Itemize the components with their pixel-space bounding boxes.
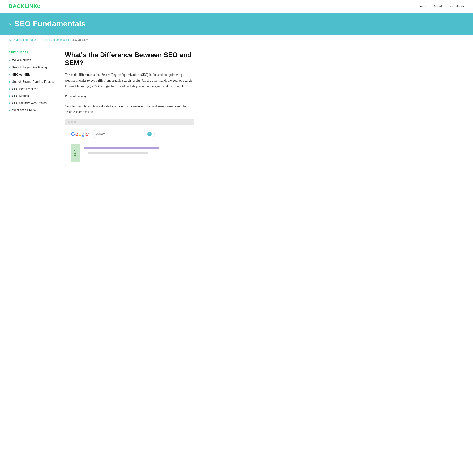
sidebar-item-what-are-serps[interactable]: ▶ What Are SERPs? [9,107,54,113]
site-header: BACKLINK Home About Newsletter [0,0,473,13]
breadcrumb-sep-2: ▸ [68,38,71,41]
browser-chrome [65,119,194,125]
paid-label-bar: PAID [71,144,80,162]
sidebar-resources-label: 8 RESOURCES [9,51,54,54]
google-search-box[interactable]: 🔍 [92,130,155,138]
sidebar-item-label: Search Engine Positioning [12,66,47,69]
sidebar: 8 RESOURCES ▶ What Is SEO? ▶ Search Engi… [9,51,59,166]
back-arrow-icon[interactable]: < [9,22,11,26]
nav-home[interactable]: Home [418,4,426,8]
sidebar-item-seo-friendly-web-design[interactable]: ▶ SEO Friendly Web Design [9,100,54,106]
logo[interactable]: BACKLINK [9,3,40,9]
arrow-icon: ▶ [9,87,11,90]
serp-line [88,152,148,154]
nav-about[interactable]: About [434,4,442,8]
sidebar-item-what-is-seo[interactable]: ▶ What Is SEO? [9,57,54,64]
main-layout: 8 RESOURCES ▶ What Is SEO? ▶ Search Engi… [0,45,203,172]
article-paragraph-3: Google's search results are divided into… [65,103,194,115]
article-title: What's the Difference Between SEO and SE… [65,51,194,67]
arrow-icon: ▶ [9,59,11,62]
arrow-icon: ▶ [9,95,11,97]
sidebar-item-label: SEO Metrics [12,94,29,98]
breadcrumb-fundamentals-link[interactable]: SEO Fundamentals [43,38,67,41]
sidebar-item-label: Search Engine Ranking Factors [12,80,54,84]
article: What's the Difference Between SEO and SE… [59,51,194,166]
arrow-icon: ▶ [9,66,11,69]
google-logo: Google [71,131,89,137]
arrow-icon: ▶ [9,73,11,76]
google-search-row: Google 🔍 [71,130,188,138]
arrow-icon: ▶ [9,102,11,104]
article-paragraph-2: Put another way: [65,93,194,99]
serp-checkbox-row [84,152,184,154]
serp-checkbox [84,152,86,154]
hero-banner: < SEO Fundamentals [0,13,473,35]
browser-dot-1 [68,121,70,123]
breadcrumb-hub-link[interactable]: SEO Marketing Hub 2.0 [9,38,38,41]
nav-newsletter[interactable]: Newsletter [449,4,464,8]
arrow-icon: ▶ [9,109,11,111]
search-icon: 🔍 [147,132,151,136]
main-nav: Home About Newsletter [418,4,464,8]
arrow-icon: ▶ [9,80,11,83]
paid-label: PAID [74,150,77,156]
serp-results [80,144,188,162]
google-search-input[interactable] [95,132,147,136]
sidebar-item-search-engine-positioning[interactable]: ▶ Search Engine Positioning [9,64,54,71]
sidebar-item-best-practices[interactable]: ▶ SEO Best Practices [9,86,54,92]
breadcrumb: SEO Marketing Hub 2.0 ▸ SEO Fundamentals… [0,35,473,45]
browser-content: Google 🔍 PAID [65,125,194,166]
serp-area: PAID [71,144,188,166]
browser-dot-3 [74,121,76,123]
sidebar-item-label: SEO Best Practices [12,87,38,91]
sidebar-nav: ▶ What Is SEO? ▶ Search Engine Positioni… [9,57,54,113]
google-illustration: Google 🔍 PAID [65,119,194,166]
sidebar-item-label: What Is SEO? [12,58,31,63]
article-body: The main difference is that Search Engin… [65,72,194,115]
breadcrumb-current: SEO vs. SEM [71,38,88,41]
breadcrumb-sep-1: ▸ [40,38,42,41]
sidebar-item-ranking-factors[interactable]: ▶ Search Engine Ranking Factors [9,79,54,85]
sidebar-item-label: SEO vs. SEM [12,73,31,77]
sidebar-item-seo-vs-sem[interactable]: ▶ SEO vs. SEM [9,72,54,78]
browser-dot-2 [71,121,73,123]
sidebar-item-seo-metrics[interactable]: ▶ SEO Metrics [9,93,54,99]
sidebar-item-label: What Are SERPs? [12,108,36,112]
serp-result-bar-1 [84,147,159,149]
article-paragraph-1: The main difference is that Search Engin… [65,72,194,89]
logo-o [37,5,40,8]
sidebar-item-label: SEO Friendly Web Design [12,101,47,105]
hero-title: SEO Fundamentals [14,19,86,28]
